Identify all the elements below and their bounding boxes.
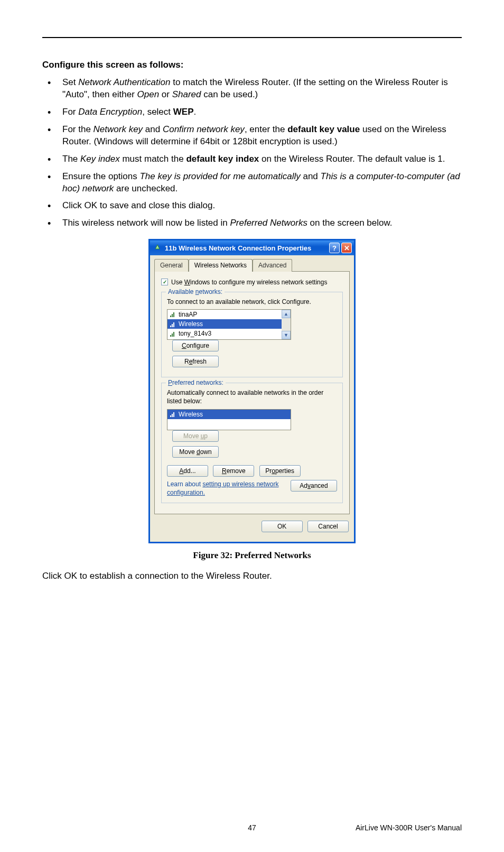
- text: .: [194, 107, 197, 117]
- text: , enter the: [245, 124, 287, 134]
- tab-general[interactable]: General: [154, 259, 189, 271]
- available-listbox[interactable]: tinaAP Wireless tony_814v3 ▲ ▼: [167, 309, 291, 340]
- text-italic: Confirm network key: [163, 124, 245, 134]
- preferred-row-buttons: Add... Remove Properties: [167, 465, 337, 477]
- signal-icon: [170, 411, 175, 417]
- text-bold: WEP: [173, 107, 194, 117]
- text-bold: default key index: [186, 154, 259, 164]
- checkbox-icon[interactable]: ✓: [161, 279, 168, 285]
- figure-wrap: 11b Wireless Network Connection Properti…: [42, 239, 462, 561]
- available-networks-group: Available networks: To connect to an ava…: [161, 292, 343, 378]
- text: are unchecked.: [114, 183, 178, 193]
- list-item[interactable]: tony_814v3: [167, 329, 291, 338]
- dialog-footer: OK Cancel: [150, 518, 354, 542]
- svg-rect-1: [172, 314, 173, 317]
- wireless-icon: [153, 244, 162, 252]
- svg-rect-0: [170, 316, 171, 317]
- network-name: tony_814v3: [179, 329, 211, 338]
- list-item[interactable]: tinaAP: [167, 310, 291, 319]
- configure-button[interactable]: Configure: [172, 340, 219, 351]
- use-windows-row[interactable]: ✓ Use Windows to configure my wireless n…: [161, 278, 343, 286]
- text: For the: [62, 124, 94, 134]
- text-italic: Shared: [172, 89, 201, 99]
- list-item[interactable]: Wireless: [167, 319, 291, 329]
- group-legend: Available networks:: [166, 288, 225, 296]
- network-name: tinaAP: [179, 310, 197, 319]
- checkbox-label: Use Windows to configure my wireless net…: [171, 278, 327, 286]
- group-desc: Automatically connect to available netwo…: [167, 388, 337, 405]
- preferred-side-buttons: Move up Move down: [172, 430, 220, 462]
- svg-rect-4: [172, 324, 173, 327]
- tab-advanced[interactable]: Advanced: [253, 259, 292, 271]
- bullet-5: Ensure the options The key is provided f…: [42, 171, 462, 195]
- close-button[interactable]: ✕: [341, 243, 352, 253]
- bullet-2: For Data Encryption, select WEP.: [42, 106, 462, 118]
- header-rule: [42, 37, 462, 38]
- svg-rect-5: [173, 322, 174, 327]
- text-italic: Network Authentication: [78, 77, 170, 87]
- list-item[interactable]: Wireless: [167, 410, 291, 419]
- text: Ensure the options: [62, 171, 139, 181]
- svg-rect-2: [173, 312, 174, 317]
- text-italic: Data Encryption: [78, 107, 142, 117]
- network-name: Wireless: [179, 320, 203, 328]
- signal-icon: [170, 321, 175, 327]
- preferred-networks-group: Preferred networks: Automatically connec…: [161, 383, 343, 503]
- properties-button[interactable]: Properties: [259, 465, 301, 477]
- signal-icon: [170, 331, 175, 337]
- cancel-button[interactable]: Cancel: [307, 521, 349, 532]
- tab-wireless-networks[interactable]: Wireless Networks: [189, 259, 253, 271]
- bullet-1: Set Network Authentication to match the …: [42, 77, 462, 101]
- bullet-7: This wireless network will now be listed…: [42, 217, 462, 229]
- svg-rect-10: [172, 414, 173, 417]
- instruction-list: Set Network Authentication to match the …: [42, 77, 462, 229]
- refresh-button[interactable]: Refresh: [172, 356, 219, 367]
- scroll-up-icon[interactable]: ▲: [282, 310, 291, 318]
- properties-dialog: 11b Wireless Network Connection Properti…: [148, 239, 356, 543]
- text: , select: [142, 107, 173, 117]
- text-italic: Preferred Networks: [230, 218, 307, 228]
- network-name: Wireless: [179, 410, 203, 419]
- text: and: [301, 171, 321, 181]
- figure-caption: Figure 32: Preferred Networks: [42, 550, 462, 562]
- text: on the screen below.: [307, 218, 393, 228]
- svg-rect-9: [170, 415, 171, 417]
- remove-button[interactable]: Remove: [213, 465, 254, 477]
- scrollbar[interactable]: ▲ ▼: [282, 310, 291, 339]
- dialog-title: 11b Wireless Network Connection Properti…: [165, 244, 328, 253]
- text-italic: Open: [137, 89, 160, 99]
- intro-heading: Configure this screen as follows:: [42, 59, 462, 71]
- text: can be used.): [201, 89, 258, 99]
- help-button[interactable]: ?: [329, 243, 340, 253]
- text-italic: Key index: [80, 154, 120, 164]
- bullet-4: The Key index must match the default key…: [42, 153, 462, 165]
- move-down-button[interactable]: Move down: [172, 446, 219, 458]
- bullet-6: Click OK to save and close this dialog.: [42, 200, 462, 212]
- ok-button[interactable]: OK: [262, 521, 303, 532]
- text-bold: default key value: [287, 124, 360, 134]
- learn-row: Learn about setting up wireless networkc…: [167, 480, 337, 497]
- available-side-buttons: Configure Refresh: [172, 340, 220, 372]
- text: on the Wireless Router. The default valu…: [259, 154, 445, 164]
- svg-rect-11: [173, 412, 174, 417]
- text: Set: [62, 77, 78, 87]
- titlebar[interactable]: 11b Wireless Network Connection Properti…: [150, 240, 354, 255]
- text: The: [62, 154, 80, 164]
- svg-rect-7: [172, 334, 173, 337]
- text: For: [62, 107, 78, 117]
- svg-rect-8: [173, 332, 174, 337]
- manual-title: AirLive WN-300R User's Manual: [356, 823, 462, 833]
- bullet-3: For the Network key and Confirm network …: [42, 124, 462, 148]
- text: or: [159, 89, 172, 99]
- after-text: Click OK to establish a connection to th…: [42, 570, 462, 582]
- svg-rect-6: [170, 335, 171, 337]
- text: and: [143, 124, 163, 134]
- tabpanel: ✓ Use Windows to configure my wireless n…: [154, 271, 350, 514]
- scroll-down-icon[interactable]: ▼: [282, 331, 291, 339]
- advanced-button[interactable]: Advanced: [291, 480, 337, 492]
- move-up-button[interactable]: Move up: [172, 430, 219, 442]
- signal-icon: [170, 311, 175, 317]
- add-button[interactable]: Add...: [167, 465, 208, 477]
- learn-link[interactable]: Learn about setting up wireless networkc…: [167, 480, 278, 497]
- preferred-listbox[interactable]: Wireless: [167, 409, 291, 430]
